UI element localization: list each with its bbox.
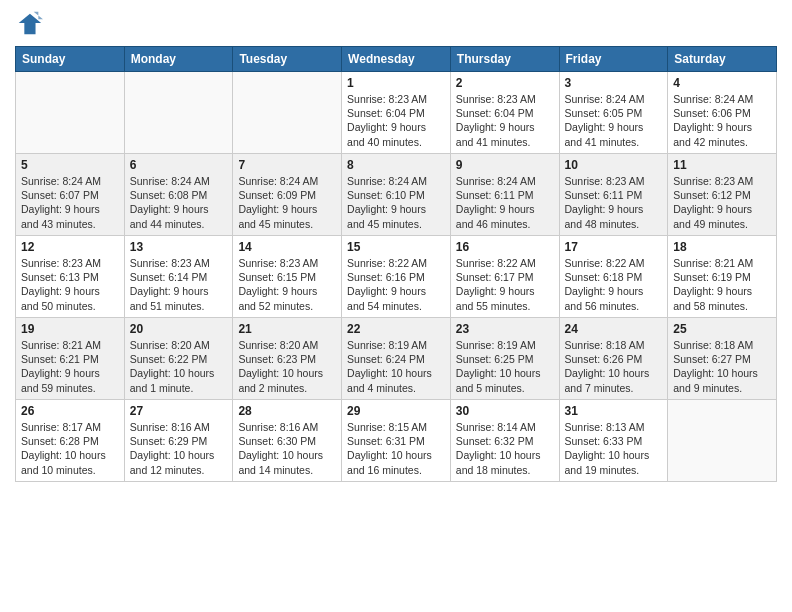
calendar-cell: 21Sunrise: 8:20 AM Sunset: 6:23 PM Dayli… (233, 318, 342, 400)
calendar-table: SundayMondayTuesdayWednesdayThursdayFrid… (15, 46, 777, 482)
calendar-row-4: 26Sunrise: 8:17 AM Sunset: 6:28 PM Dayli… (16, 400, 777, 482)
day-number: 12 (21, 240, 119, 254)
calendar-cell: 5Sunrise: 8:24 AM Sunset: 6:07 PM Daylig… (16, 154, 125, 236)
calendar-cell: 13Sunrise: 8:23 AM Sunset: 6:14 PM Dayli… (124, 236, 233, 318)
calendar-row-3: 19Sunrise: 8:21 AM Sunset: 6:21 PM Dayli… (16, 318, 777, 400)
svg-marker-0 (19, 14, 41, 35)
day-info: Sunrise: 8:13 AM Sunset: 6:33 PM Dayligh… (565, 420, 663, 477)
day-number: 17 (565, 240, 663, 254)
day-info: Sunrise: 8:16 AM Sunset: 6:29 PM Dayligh… (130, 420, 228, 477)
day-number: 21 (238, 322, 336, 336)
day-number: 8 (347, 158, 445, 172)
day-number: 4 (673, 76, 771, 90)
day-number: 31 (565, 404, 663, 418)
day-number: 26 (21, 404, 119, 418)
calendar-cell: 9Sunrise: 8:24 AM Sunset: 6:11 PM Daylig… (450, 154, 559, 236)
day-number: 24 (565, 322, 663, 336)
day-number: 19 (21, 322, 119, 336)
day-number: 20 (130, 322, 228, 336)
day-info: Sunrise: 8:24 AM Sunset: 6:10 PM Dayligh… (347, 174, 445, 231)
day-info: Sunrise: 8:14 AM Sunset: 6:32 PM Dayligh… (456, 420, 554, 477)
day-number: 18 (673, 240, 771, 254)
calendar-cell: 12Sunrise: 8:23 AM Sunset: 6:13 PM Dayli… (16, 236, 125, 318)
day-info: Sunrise: 8:19 AM Sunset: 6:24 PM Dayligh… (347, 338, 445, 395)
calendar-cell: 30Sunrise: 8:14 AM Sunset: 6:32 PM Dayli… (450, 400, 559, 482)
day-info: Sunrise: 8:24 AM Sunset: 6:06 PM Dayligh… (673, 92, 771, 149)
calendar-cell: 6Sunrise: 8:24 AM Sunset: 6:08 PM Daylig… (124, 154, 233, 236)
day-info: Sunrise: 8:24 AM Sunset: 6:08 PM Dayligh… (130, 174, 228, 231)
day-info: Sunrise: 8:24 AM Sunset: 6:07 PM Dayligh… (21, 174, 119, 231)
calendar-cell: 20Sunrise: 8:20 AM Sunset: 6:22 PM Dayli… (124, 318, 233, 400)
weekday-header-wednesday: Wednesday (342, 47, 451, 72)
day-number: 2 (456, 76, 554, 90)
calendar-cell (124, 72, 233, 154)
day-info: Sunrise: 8:15 AM Sunset: 6:31 PM Dayligh… (347, 420, 445, 477)
calendar-cell: 18Sunrise: 8:21 AM Sunset: 6:19 PM Dayli… (668, 236, 777, 318)
day-info: Sunrise: 8:23 AM Sunset: 6:04 PM Dayligh… (347, 92, 445, 149)
day-info: Sunrise: 8:22 AM Sunset: 6:18 PM Dayligh… (565, 256, 663, 313)
calendar-cell: 31Sunrise: 8:13 AM Sunset: 6:33 PM Dayli… (559, 400, 668, 482)
day-number: 11 (673, 158, 771, 172)
calendar-cell: 17Sunrise: 8:22 AM Sunset: 6:18 PM Dayli… (559, 236, 668, 318)
calendar-cell: 24Sunrise: 8:18 AM Sunset: 6:26 PM Dayli… (559, 318, 668, 400)
calendar-row-2: 12Sunrise: 8:23 AM Sunset: 6:13 PM Dayli… (16, 236, 777, 318)
calendar-cell: 2Sunrise: 8:23 AM Sunset: 6:04 PM Daylig… (450, 72, 559, 154)
calendar-cell: 7Sunrise: 8:24 AM Sunset: 6:09 PM Daylig… (233, 154, 342, 236)
day-info: Sunrise: 8:24 AM Sunset: 6:05 PM Dayligh… (565, 92, 663, 149)
calendar-cell: 4Sunrise: 8:24 AM Sunset: 6:06 PM Daylig… (668, 72, 777, 154)
day-info: Sunrise: 8:21 AM Sunset: 6:21 PM Dayligh… (21, 338, 119, 395)
calendar-row-0: 1Sunrise: 8:23 AM Sunset: 6:04 PM Daylig… (16, 72, 777, 154)
calendar-cell: 8Sunrise: 8:24 AM Sunset: 6:10 PM Daylig… (342, 154, 451, 236)
day-info: Sunrise: 8:22 AM Sunset: 6:17 PM Dayligh… (456, 256, 554, 313)
calendar-cell: 26Sunrise: 8:17 AM Sunset: 6:28 PM Dayli… (16, 400, 125, 482)
day-number: 10 (565, 158, 663, 172)
day-info: Sunrise: 8:23 AM Sunset: 6:13 PM Dayligh… (21, 256, 119, 313)
weekday-header-row: SundayMondayTuesdayWednesdayThursdayFrid… (16, 47, 777, 72)
day-info: Sunrise: 8:23 AM Sunset: 6:12 PM Dayligh… (673, 174, 771, 231)
day-number: 5 (21, 158, 119, 172)
day-info: Sunrise: 8:21 AM Sunset: 6:19 PM Dayligh… (673, 256, 771, 313)
calendar-cell: 1Sunrise: 8:23 AM Sunset: 6:04 PM Daylig… (342, 72, 451, 154)
day-number: 7 (238, 158, 336, 172)
day-info: Sunrise: 8:20 AM Sunset: 6:23 PM Dayligh… (238, 338, 336, 395)
day-info: Sunrise: 8:22 AM Sunset: 6:16 PM Dayligh… (347, 256, 445, 313)
calendar-cell: 22Sunrise: 8:19 AM Sunset: 6:24 PM Dayli… (342, 318, 451, 400)
day-number: 16 (456, 240, 554, 254)
calendar-cell: 28Sunrise: 8:16 AM Sunset: 6:30 PM Dayli… (233, 400, 342, 482)
day-info: Sunrise: 8:24 AM Sunset: 6:09 PM Dayligh… (238, 174, 336, 231)
logo-icon (15, 10, 43, 38)
weekday-header-saturday: Saturday (668, 47, 777, 72)
calendar-cell: 27Sunrise: 8:16 AM Sunset: 6:29 PM Dayli… (124, 400, 233, 482)
day-number: 27 (130, 404, 228, 418)
day-info: Sunrise: 8:23 AM Sunset: 6:04 PM Dayligh… (456, 92, 554, 149)
day-info: Sunrise: 8:18 AM Sunset: 6:26 PM Dayligh… (565, 338, 663, 395)
calendar-cell: 29Sunrise: 8:15 AM Sunset: 6:31 PM Dayli… (342, 400, 451, 482)
day-number: 25 (673, 322, 771, 336)
day-number: 23 (456, 322, 554, 336)
calendar-cell: 3Sunrise: 8:24 AM Sunset: 6:05 PM Daylig… (559, 72, 668, 154)
calendar-cell: 16Sunrise: 8:22 AM Sunset: 6:17 PM Dayli… (450, 236, 559, 318)
day-number: 3 (565, 76, 663, 90)
day-number: 30 (456, 404, 554, 418)
calendar-cell: 10Sunrise: 8:23 AM Sunset: 6:11 PM Dayli… (559, 154, 668, 236)
day-number: 14 (238, 240, 336, 254)
day-number: 1 (347, 76, 445, 90)
header (15, 10, 777, 38)
day-number: 13 (130, 240, 228, 254)
day-info: Sunrise: 8:24 AM Sunset: 6:11 PM Dayligh… (456, 174, 554, 231)
calendar-cell (233, 72, 342, 154)
day-number: 9 (456, 158, 554, 172)
day-number: 6 (130, 158, 228, 172)
calendar-cell: 14Sunrise: 8:23 AM Sunset: 6:15 PM Dayli… (233, 236, 342, 318)
day-number: 22 (347, 322, 445, 336)
calendar-cell: 25Sunrise: 8:18 AM Sunset: 6:27 PM Dayli… (668, 318, 777, 400)
weekday-header-tuesday: Tuesday (233, 47, 342, 72)
calendar-cell (668, 400, 777, 482)
calendar-cell: 19Sunrise: 8:21 AM Sunset: 6:21 PM Dayli… (16, 318, 125, 400)
calendar-cell (16, 72, 125, 154)
calendar-cell: 23Sunrise: 8:19 AM Sunset: 6:25 PM Dayli… (450, 318, 559, 400)
day-number: 29 (347, 404, 445, 418)
day-info: Sunrise: 8:23 AM Sunset: 6:14 PM Dayligh… (130, 256, 228, 313)
weekday-header-friday: Friday (559, 47, 668, 72)
day-info: Sunrise: 8:19 AM Sunset: 6:25 PM Dayligh… (456, 338, 554, 395)
